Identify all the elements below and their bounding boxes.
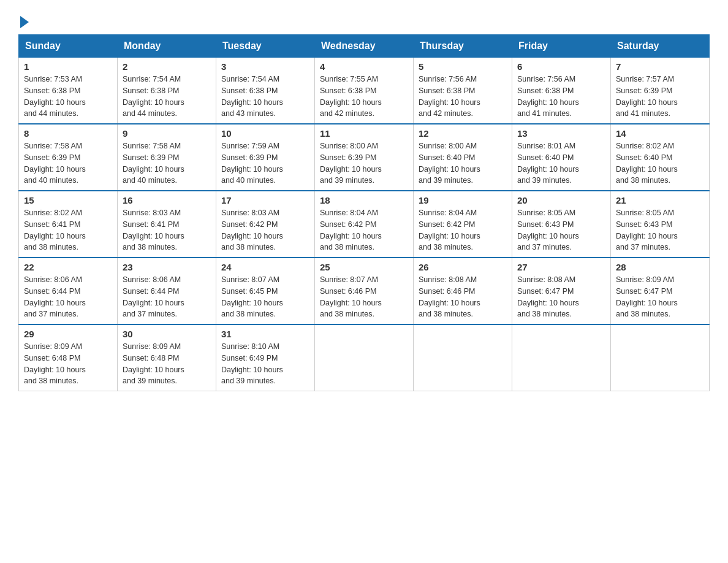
calendar-cell: 1 Sunrise: 7:53 AM Sunset: 6:38 PM Dayli…	[19, 57, 118, 124]
calendar-week-5: 29 Sunrise: 8:09 AM Sunset: 6:48 PM Dayl…	[19, 324, 710, 391]
day-info: Sunrise: 8:01 AM Sunset: 6:40 PM Dayligh…	[517, 140, 605, 186]
day-number: 27	[517, 262, 605, 272]
calendar-cell: 31 Sunrise: 8:10 AM Sunset: 6:49 PM Dayl…	[216, 324, 315, 391]
calendar-body: 1 Sunrise: 7:53 AM Sunset: 6:38 PM Dayli…	[19, 57, 710, 391]
day-number: 4	[320, 61, 408, 72]
day-number: 10	[221, 128, 309, 139]
day-info: Sunrise: 7:58 AM Sunset: 6:39 PM Dayligh…	[123, 140, 211, 186]
day-number: 18	[320, 195, 408, 205]
day-info: Sunrise: 7:57 AM Sunset: 6:39 PM Dayligh…	[616, 74, 704, 120]
day-number: 2	[123, 61, 211, 72]
calendar-cell: 2 Sunrise: 7:54 AM Sunset: 6:38 PM Dayli…	[118, 57, 216, 124]
day-number: 13	[517, 128, 605, 139]
day-info: Sunrise: 8:10 AM Sunset: 6:49 PM Dayligh…	[221, 341, 309, 387]
header-tuesday: Tuesday	[216, 35, 315, 57]
day-info: Sunrise: 7:59 AM Sunset: 6:39 PM Dayligh…	[221, 140, 309, 186]
day-info: Sunrise: 8:04 AM Sunset: 6:42 PM Dayligh…	[419, 207, 507, 253]
logo	[18, 12, 29, 28]
day-info: Sunrise: 7:55 AM Sunset: 6:38 PM Dayligh…	[320, 74, 408, 120]
weekday-header-row: Sunday Monday Tuesday Wednesday Thursday…	[19, 35, 710, 57]
day-number: 31	[221, 329, 309, 339]
calendar-cell: 21 Sunrise: 8:05 AM Sunset: 6:43 PM Dayl…	[611, 191, 710, 258]
calendar-cell: 28 Sunrise: 8:09 AM Sunset: 6:47 PM Dayl…	[611, 258, 710, 324]
day-number: 22	[24, 262, 112, 272]
day-number: 30	[123, 329, 211, 339]
calendar-cell: 8 Sunrise: 7:58 AM Sunset: 6:39 PM Dayli…	[19, 124, 118, 191]
calendar-cell: 23 Sunrise: 8:06 AM Sunset: 6:44 PM Dayl…	[118, 258, 216, 324]
calendar-cell: 3 Sunrise: 7:54 AM Sunset: 6:38 PM Dayli…	[216, 57, 315, 124]
day-info: Sunrise: 8:07 AM Sunset: 6:46 PM Dayligh…	[320, 274, 408, 320]
day-number: 26	[419, 262, 507, 272]
day-number: 15	[24, 195, 112, 205]
day-info: Sunrise: 8:08 AM Sunset: 6:47 PM Dayligh…	[517, 274, 605, 320]
calendar-cell: 18 Sunrise: 8:04 AM Sunset: 6:42 PM Dayl…	[315, 191, 414, 258]
day-info: Sunrise: 8:09 AM Sunset: 6:48 PM Dayligh…	[24, 341, 112, 387]
day-info: Sunrise: 8:05 AM Sunset: 6:43 PM Dayligh…	[616, 207, 704, 253]
calendar-cell: 22 Sunrise: 8:06 AM Sunset: 6:44 PM Dayl…	[19, 258, 118, 324]
header-wednesday: Wednesday	[315, 35, 414, 57]
calendar-cell: 11 Sunrise: 8:00 AM Sunset: 6:39 PM Dayl…	[315, 124, 414, 191]
calendar-cell: 13 Sunrise: 8:01 AM Sunset: 6:40 PM Dayl…	[512, 124, 611, 191]
day-info: Sunrise: 8:06 AM Sunset: 6:44 PM Dayligh…	[24, 274, 112, 320]
calendar-cell: 6 Sunrise: 7:56 AM Sunset: 6:38 PM Dayli…	[512, 57, 611, 124]
calendar-week-2: 8 Sunrise: 7:58 AM Sunset: 6:39 PM Dayli…	[19, 124, 710, 191]
calendar-cell: 19 Sunrise: 8:04 AM Sunset: 6:42 PM Dayl…	[414, 191, 512, 258]
day-number: 17	[221, 195, 309, 205]
calendar-cell: 24 Sunrise: 8:07 AM Sunset: 6:45 PM Dayl…	[216, 258, 315, 324]
day-number: 12	[419, 128, 507, 139]
day-number: 21	[616, 195, 704, 205]
day-info: Sunrise: 8:08 AM Sunset: 6:46 PM Dayligh…	[419, 274, 507, 320]
page-header	[18, 12, 710, 28]
day-number: 11	[320, 128, 408, 139]
calendar-cell: 15 Sunrise: 8:02 AM Sunset: 6:41 PM Dayl…	[19, 191, 118, 258]
calendar-week-3: 15 Sunrise: 8:02 AM Sunset: 6:41 PM Dayl…	[19, 191, 710, 258]
day-number: 28	[616, 262, 704, 272]
day-number: 19	[419, 195, 507, 205]
calendar-week-4: 22 Sunrise: 8:06 AM Sunset: 6:44 PM Dayl…	[19, 258, 710, 324]
day-info: Sunrise: 7:58 AM Sunset: 6:39 PM Dayligh…	[24, 140, 112, 186]
day-number: 5	[419, 61, 507, 72]
calendar-cell	[315, 324, 414, 391]
day-info: Sunrise: 8:05 AM Sunset: 6:43 PM Dayligh…	[517, 207, 605, 253]
day-info: Sunrise: 7:56 AM Sunset: 6:38 PM Dayligh…	[419, 74, 507, 120]
day-number: 23	[123, 262, 211, 272]
header-friday: Friday	[512, 35, 611, 57]
day-number: 20	[517, 195, 605, 205]
header-sunday: Sunday	[19, 35, 118, 57]
calendar-cell: 17 Sunrise: 8:03 AM Sunset: 6:42 PM Dayl…	[216, 191, 315, 258]
calendar-cell	[611, 324, 710, 391]
day-number: 29	[24, 329, 112, 339]
day-info: Sunrise: 7:53 AM Sunset: 6:38 PM Dayligh…	[24, 74, 112, 120]
day-info: Sunrise: 8:00 AM Sunset: 6:40 PM Dayligh…	[419, 140, 507, 186]
calendar-cell: 16 Sunrise: 8:03 AM Sunset: 6:41 PM Dayl…	[118, 191, 216, 258]
day-info: Sunrise: 7:54 AM Sunset: 6:38 PM Dayligh…	[221, 74, 309, 120]
calendar-cell: 29 Sunrise: 8:09 AM Sunset: 6:48 PM Dayl…	[19, 324, 118, 391]
day-number: 16	[123, 195, 211, 205]
calendar-cell: 27 Sunrise: 8:08 AM Sunset: 6:47 PM Dayl…	[512, 258, 611, 324]
calendar-cell	[512, 324, 611, 391]
day-number: 7	[616, 61, 704, 72]
day-info: Sunrise: 8:04 AM Sunset: 6:42 PM Dayligh…	[320, 207, 408, 253]
day-number: 9	[123, 128, 211, 139]
day-info: Sunrise: 8:09 AM Sunset: 6:47 PM Dayligh…	[616, 274, 704, 320]
calendar-week-1: 1 Sunrise: 7:53 AM Sunset: 6:38 PM Dayli…	[19, 57, 710, 124]
calendar-cell: 5 Sunrise: 7:56 AM Sunset: 6:38 PM Dayli…	[414, 57, 512, 124]
calendar-cell: 26 Sunrise: 8:08 AM Sunset: 6:46 PM Dayl…	[414, 258, 512, 324]
day-number: 14	[616, 128, 704, 139]
day-info: Sunrise: 8:09 AM Sunset: 6:48 PM Dayligh…	[123, 341, 211, 387]
day-number: 1	[24, 61, 112, 72]
calendar-cell: 12 Sunrise: 8:00 AM Sunset: 6:40 PM Dayl…	[414, 124, 512, 191]
day-number: 25	[320, 262, 408, 272]
calendar-cell: 9 Sunrise: 7:58 AM Sunset: 6:39 PM Dayli…	[118, 124, 216, 191]
day-info: Sunrise: 8:00 AM Sunset: 6:39 PM Dayligh…	[320, 140, 408, 186]
day-info: Sunrise: 8:07 AM Sunset: 6:45 PM Dayligh…	[221, 274, 309, 320]
calendar-cell: 7 Sunrise: 7:57 AM Sunset: 6:39 PM Dayli…	[611, 57, 710, 124]
calendar-cell: 30 Sunrise: 8:09 AM Sunset: 6:48 PM Dayl…	[118, 324, 216, 391]
header-monday: Monday	[118, 35, 216, 57]
calendar-cell: 25 Sunrise: 8:07 AM Sunset: 6:46 PM Dayl…	[315, 258, 414, 324]
day-number: 6	[517, 61, 605, 72]
day-number: 24	[221, 262, 309, 272]
calendar-cell: 20 Sunrise: 8:05 AM Sunset: 6:43 PM Dayl…	[512, 191, 611, 258]
calendar-cell: 14 Sunrise: 8:02 AM Sunset: 6:40 PM Dayl…	[611, 124, 710, 191]
day-info: Sunrise: 8:03 AM Sunset: 6:42 PM Dayligh…	[221, 207, 309, 253]
